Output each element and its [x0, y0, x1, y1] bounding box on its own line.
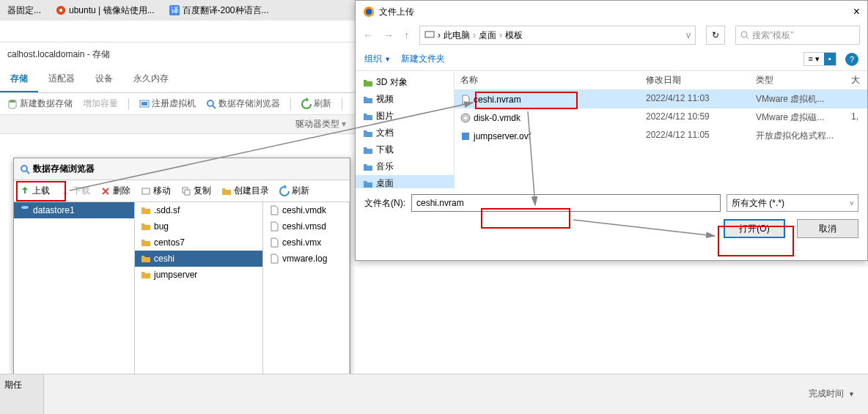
browser-tab[interactable]: 译 百度翻译-200种语言... — [162, 1, 276, 20]
tree-item-music[interactable]: 音乐 — [356, 158, 454, 175]
svg-point-18 — [741, 32, 747, 37]
pc-icon — [424, 30, 435, 40]
col-size[interactable]: 大 — [845, 71, 867, 89]
browse-icon — [206, 99, 216, 109]
folder-item[interactable]: .sdd.sf — [135, 202, 262, 218]
tree-item-pictures[interactable]: 图片 — [356, 108, 454, 125]
refresh-button[interactable]: 刷新 — [301, 97, 331, 110]
browser-tab[interactable]: ubuntu | 镜像站使用... — [48, 1, 162, 20]
copy-button[interactable]: 复制 — [181, 185, 211, 197]
svg-rect-11 — [142, 188, 150, 194]
datastore-item[interactable]: datastore1 — [14, 202, 134, 218]
svg-point-7 — [207, 100, 213, 106]
close-button[interactable]: × — [853, 5, 860, 18]
filename-input[interactable] — [411, 194, 721, 212]
ds-toolbar: 上载 下载 删除 移动 复制 创建目录 刷新 — [14, 180, 350, 202]
svg-point-4 — [9, 100, 16, 103]
tree-item-3d[interactable]: 3D 对象 — [356, 74, 454, 91]
tab-storage[interactable]: 存储 — [0, 67, 38, 92]
svg-line-8 — [213, 106, 216, 108]
folder-item[interactable]: bug — [135, 218, 262, 234]
file-icon — [269, 254, 279, 264]
browse-icon — [20, 164, 30, 174]
folder-icon — [141, 270, 151, 280]
delete-icon — [100, 186, 111, 196]
bottom-panel: 期任 完成时间 ▼ — [0, 374, 868, 414]
browser-tab[interactable]: 器固定... — [0, 1, 48, 20]
folder-icon — [363, 111, 373, 122]
nav-back-button[interactable]: ← — [363, 29, 373, 41]
ds-refresh-button[interactable]: 刷新 — [279, 185, 309, 197]
folder-icon — [363, 78, 373, 88]
col-name[interactable]: 名称 — [455, 71, 640, 89]
svg-rect-6 — [141, 102, 147, 106]
tree-item-desktop[interactable]: 桌面 — [356, 175, 454, 188]
nav-refresh-button[interactable]: ↻ — [706, 26, 725, 45]
register-vm-button[interactable]: 注册虚拟机 — [139, 97, 196, 110]
folder-icon — [141, 221, 151, 232]
tree-item-video[interactable]: 视频 — [356, 91, 454, 108]
folder-icon — [363, 145, 373, 155]
file-item[interactable]: ceshi.vmdk — [263, 202, 349, 218]
search-input[interactable]: 搜索"模板" — [735, 26, 860, 45]
firefox-icon — [363, 6, 375, 18]
database-icon — [7, 99, 18, 109]
move-icon — [141, 186, 151, 196]
folder-tree: 3D 对象 视频 图片 文档 下载 音乐 桌面 — [356, 71, 455, 188]
download-button: 下载 — [60, 185, 90, 197]
move-button[interactable]: 移动 — [141, 185, 171, 197]
col-type[interactable]: 类型 — [750, 71, 845, 89]
tree-item-documents[interactable]: 文档 — [356, 125, 454, 141]
open-button[interactable]: 打开(O) — [724, 219, 785, 238]
ds-browser-button[interactable]: 数据存储浏览器 — [206, 97, 280, 110]
new-datastore-button[interactable]: 新建数据存储 — [7, 97, 73, 110]
file-item[interactable]: vmware.log — [263, 251, 349, 267]
file-filter-dropdown[interactable]: 所有文件 (*.*)v — [727, 194, 858, 212]
mkdir-button[interactable]: 创建目录 — [221, 185, 269, 197]
folder-icon — [363, 162, 373, 172]
database-icon — [20, 205, 30, 215]
refresh-icon — [301, 99, 312, 109]
file-item[interactable]: ceshi.vmsd — [263, 218, 349, 234]
folder-icon — [363, 179, 373, 189]
svg-rect-17 — [425, 32, 434, 37]
svg-point-1 — [59, 9, 62, 12]
organize-menu[interactable]: 组织 ▼ — [364, 53, 391, 65]
cancel-button[interactable]: 取消 — [797, 219, 858, 238]
file-item[interactable]: ceshi.vmx — [263, 234, 349, 251]
folder-item[interactable]: jumpserver — [135, 267, 262, 283]
file-row[interactable]: jumpserver.ovf 2022/4/12 11:05 开放虚拟化格式程.… — [455, 127, 867, 145]
tab-adapter[interactable]: 适配器 — [38, 67, 85, 92]
dialog-title: 数据存储浏览器 — [14, 158, 350, 180]
new-folder-button[interactable]: 新建文件夹 — [401, 53, 445, 65]
delete-button[interactable]: 删除 — [100, 185, 130, 197]
upload-button[interactable]: 上载 — [20, 185, 50, 197]
tab-pmem[interactable]: 永久内存 — [123, 67, 179, 92]
folder-icon — [141, 205, 151, 215]
ds-tree: datastore1 — [14, 202, 135, 400]
file-upload-dialog: 文件上传 × ← → ↑ ›此电脑 ›桌面 ›模板 v ↻ 搜索"模板" 组织 … — [355, 0, 868, 261]
datastore-browser-dialog: 数据存储浏览器 上载 下载 删除 移动 复制 创建目录 刷新 datastore… — [13, 158, 350, 401]
breadcrumb[interactable]: ›此电脑 ›桌面 ›模板 v — [419, 26, 696, 45]
folder-item[interactable]: centos7 — [135, 234, 262, 251]
tree-item-downloads[interactable]: 下载 — [356, 141, 454, 158]
folder-icon — [141, 237, 151, 248]
svg-point-9 — [21, 166, 27, 171]
completion-time-dropdown[interactable]: 完成时间 ▼ — [809, 388, 855, 400]
tab-device[interactable]: 设备 — [85, 67, 123, 92]
folder-item[interactable]: ceshi — [135, 251, 262, 267]
search-icon — [740, 31, 749, 40]
svg-rect-22 — [462, 133, 469, 140]
svg-point-14 — [21, 206, 29, 209]
ovf-icon — [460, 131, 471, 141]
tasks-label: 期任 — [0, 374, 44, 414]
increase-capacity-button: 增加容量 — [83, 97, 118, 110]
file-row[interactable]: ceshi.nvram 2022/4/12 11:03 VMware 虚拟机..… — [455, 90, 867, 108]
copy-icon — [181, 186, 191, 196]
nav-up-button[interactable]: ↑ — [404, 29, 409, 41]
view-toggle[interactable]: ≡ ▾ ▪ — [803, 52, 836, 66]
help-button[interactable]: ? — [845, 53, 858, 66]
file-row[interactable]: disk-0.vmdk 2022/4/12 10:59 VMware 虚拟磁..… — [455, 108, 867, 127]
file-icon — [269, 237, 279, 248]
col-date[interactable]: 修改日期 — [640, 71, 750, 89]
